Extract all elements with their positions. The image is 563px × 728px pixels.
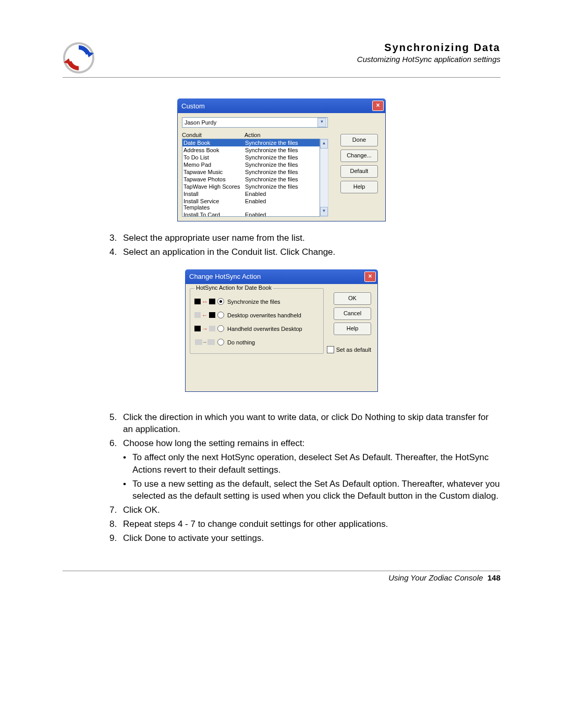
page-number: 148 bbox=[487, 573, 500, 582]
radio-icon[interactable] bbox=[217, 339, 224, 346]
desktop-overwrites-icon: ← bbox=[194, 312, 215, 319]
step-7: 7.Click OK. bbox=[109, 504, 500, 516]
set-as-default-checkbox[interactable]: Set as default bbox=[327, 346, 371, 353]
list-item[interactable]: Memo PadSynchronize the files bbox=[182, 161, 320, 168]
option-desktop-overwrites[interactable]: ← Desktop overwrites handheld bbox=[194, 309, 319, 322]
page-header: Synchronizing Data Customizing HotSync a… bbox=[63, 42, 500, 78]
help-button[interactable]: Help bbox=[340, 181, 378, 193]
radio-icon[interactable] bbox=[217, 298, 224, 305]
change-hotsync-dialog: Change HotSync Action × HotSync Action f… bbox=[185, 269, 378, 392]
user-dropdown[interactable]: Jason Purdy ▼ bbox=[182, 117, 328, 128]
radio-icon[interactable] bbox=[217, 312, 224, 318]
step-6: 6.Choose how long the setting remains in… bbox=[109, 437, 500, 450]
list-item[interactable]: Install To CardEnabled bbox=[182, 211, 320, 217]
hotsync-action-group: HotSync Action for Date Book ↔ Synchroni… bbox=[190, 288, 324, 354]
scroll-up-icon[interactable]: ▲ bbox=[320, 139, 328, 149]
radio-icon[interactable] bbox=[217, 325, 224, 332]
do-nothing-icon: ·· bbox=[194, 339, 215, 346]
ok-button[interactable]: OK bbox=[334, 292, 371, 305]
change-dialog-title: Change HotSync Action bbox=[189, 273, 364, 280]
step-3: 3.Select the appropriate user name from … bbox=[109, 232, 500, 244]
help-button[interactable]: Help bbox=[334, 323, 371, 335]
list-item[interactable]: Address BookSynchronize the files bbox=[182, 146, 320, 154]
hotsync-icon bbox=[63, 42, 95, 74]
list-item[interactable]: Date BookSynchronize the files bbox=[182, 139, 320, 146]
group-legend: HotSync Action for Date Book bbox=[194, 285, 273, 291]
change-button[interactable]: Change... bbox=[340, 150, 378, 162]
step-8: 8.Repeat steps 4 - 7 to change conduit s… bbox=[109, 518, 500, 530]
default-button[interactable]: Default bbox=[340, 165, 378, 178]
change-dialog-titlebar: Change HotSync Action × bbox=[185, 269, 378, 284]
page-title: Synchronizing Data bbox=[357, 42, 500, 54]
cancel-button[interactable]: Cancel bbox=[334, 307, 371, 320]
bullet-1: •To affect only the next HotSync operati… bbox=[123, 451, 500, 476]
step-5: 5.Click the direction in which you want … bbox=[109, 411, 500, 436]
custom-dialog-titlebar: Custom × bbox=[177, 98, 386, 113]
done-button[interactable]: Done bbox=[340, 134, 378, 146]
page-footer: Using Your Zodiac Console 148 bbox=[63, 571, 500, 582]
scrollbar[interactable]: ▲ ▼ bbox=[320, 139, 328, 217]
user-dropdown-value: Jason Purdy bbox=[183, 119, 317, 126]
option-synchronize[interactable]: ↔ Synchronize the files bbox=[194, 295, 319, 309]
close-icon[interactable]: × bbox=[372, 101, 384, 111]
custom-dialog: Custom × Jason Purdy ▼ Conduit Action Da… bbox=[177, 98, 386, 221]
step-4: 4.Select an application in the Conduit l… bbox=[109, 246, 500, 258]
list-item[interactable]: Tapwave PhotosSynchronize the files bbox=[182, 176, 320, 183]
conduit-listbox[interactable]: Date BookSynchronize the files Address B… bbox=[182, 139, 320, 217]
handheld-overwrites-icon: → bbox=[194, 325, 215, 332]
list-item[interactable]: Install Service TemplatesEnabled bbox=[182, 198, 320, 211]
list-item[interactable]: TapWave High ScoresSynchronize the files bbox=[182, 183, 320, 190]
list-item[interactable]: InstallEnabled bbox=[182, 190, 320, 198]
conduit-list-headers: Conduit Action bbox=[182, 131, 328, 139]
list-item[interactable]: Tapwave MusicSynchronize the files bbox=[182, 168, 320, 176]
list-item[interactable]: To Do ListSynchronize the files bbox=[182, 154, 320, 161]
scroll-down-icon[interactable]: ▼ bbox=[320, 207, 328, 216]
option-do-nothing[interactable]: ·· Do nothing bbox=[194, 336, 319, 349]
step-9: 9.Click Done to activate your settings. bbox=[109, 532, 500, 545]
page-subtitle: Customizing HotSync application settings bbox=[357, 55, 500, 64]
custom-dialog-title: Custom bbox=[181, 102, 372, 110]
checkbox-icon[interactable] bbox=[327, 346, 334, 353]
close-icon[interactable]: × bbox=[364, 272, 376, 282]
option-handheld-overwrites[interactable]: → Handheld overwrites Desktop bbox=[194, 322, 319, 336]
sync-both-icon: ↔ bbox=[194, 298, 215, 305]
chevron-down-icon[interactable]: ▼ bbox=[317, 118, 326, 127]
bullet-2: •To use a new setting as the default, se… bbox=[123, 478, 500, 503]
